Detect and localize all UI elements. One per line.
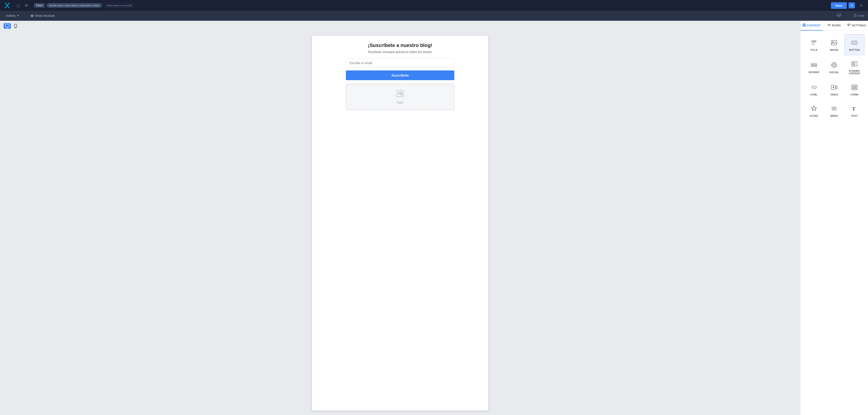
settings-tab-label: SETTINGS <box>852 24 866 27</box>
image-icon <box>831 38 837 47</box>
content-item-menu[interactable]: MENU <box>825 100 844 121</box>
content-item-title[interactable]: TITLE <box>804 34 824 55</box>
form-subtitle: Recibirás consejos prácticos todos los m… <box>368 50 432 54</box>
svg-rect-23 <box>848 24 850 25</box>
social-label: SOCIAL <box>829 71 839 74</box>
content-item-html[interactable]: HTML <box>804 79 824 100</box>
panel-tabs: CONTENT ROWS <box>800 21 868 31</box>
video-label: VIDEO <box>830 93 838 96</box>
content-item-dynamic[interactable]: DYNAMIC CONTENT <box>844 56 864 78</box>
content-item-icons[interactable]: ICONS <box>804 100 824 121</box>
top-bar: ▢ ✉ Form Double opt-in subscription conf… <box>0 0 868 11</box>
email-input[interactable] <box>346 58 454 68</box>
settings-tab-icon <box>847 24 850 27</box>
text-icon: T <box>851 104 858 113</box>
content-item-form[interactable]: FORM <box>844 79 864 100</box>
email-icon[interactable]: ✉ <box>23 2 29 8</box>
svg-point-29 <box>833 41 834 43</box>
icons-icon <box>811 104 817 113</box>
button-label: BUTTON <box>849 48 860 51</box>
content-item-divider[interactable]: DIVIDER <box>804 56 824 78</box>
actions-label: Actions <box>6 14 16 18</box>
svg-rect-51 <box>852 88 856 89</box>
save-dropdown-button[interactable]: ▼ <box>848 2 855 8</box>
social-icon <box>831 61 837 70</box>
svg-point-35 <box>833 64 835 66</box>
menu-label: MENU <box>831 114 838 117</box>
logo <box>4 2 11 9</box>
content-item-video[interactable]: VIDEO <box>825 79 844 100</box>
form-title: ¡Suscríbete a nuestro blog! <box>368 42 432 48</box>
svg-rect-50 <box>852 86 856 87</box>
help-icon <box>854 14 857 18</box>
rgpd-block[interactable]: Rgpd <box>346 84 454 110</box>
content-item-image[interactable]: IMAGE <box>825 34 844 55</box>
show-structure-button[interactable]: Show structure <box>28 13 57 19</box>
video-icon <box>831 83 837 92</box>
divider-label: DIVIDER <box>809 71 819 74</box>
svg-rect-5 <box>5 24 9 27</box>
canvas-area: ¡Suscríbete a nuestro blog! Recibirás co… <box>0 21 800 415</box>
breadcrumb-step1[interactable]: Double opt-in subscription confirmation … <box>46 3 102 8</box>
content-item-button[interactable]: BUTTON <box>844 34 864 55</box>
form-label: FORM <box>850 93 858 96</box>
toolbar-right-divider <box>847 13 848 18</box>
top-bar-right: Save ▼ × <box>831 2 864 9</box>
tab-rows[interactable]: ROWS <box>823 21 846 31</box>
device-mobile-button[interactable] <box>13 23 19 29</box>
svg-marker-53 <box>811 106 817 111</box>
canvas-scroll[interactable]: ¡Suscríbete a nuestro blog! Recibirás co… <box>0 31 800 415</box>
content-tab-label: CONTENT <box>807 24 821 27</box>
cloud-icon[interactable] <box>837 13 842 18</box>
divider-icon <box>811 61 817 70</box>
breadcrumb-area: Form Double opt-in subscription confirma… <box>34 3 829 8</box>
menu-icon <box>831 104 837 113</box>
content-tab-icon <box>803 24 806 27</box>
content-grid: TITLE IMAGE <box>804 34 864 121</box>
show-structure-label: Show structure <box>35 14 55 18</box>
svg-rect-24 <box>848 25 849 26</box>
subscribe-button[interactable]: Suscríbete <box>346 70 454 80</box>
svg-rect-16 <box>803 24 804 25</box>
html-label: HTML <box>810 93 817 96</box>
tab-settings[interactable]: SETTINGS <box>845 21 868 31</box>
toolbar-divider <box>25 13 25 18</box>
canvas-controls <box>0 21 800 31</box>
svg-rect-19 <box>804 25 805 26</box>
panel-content: TITLE IMAGE <box>800 31 868 415</box>
html-icon <box>811 83 817 92</box>
svg-rect-42 <box>855 62 857 66</box>
content-item-social[interactable]: SOCIAL <box>825 56 844 78</box>
form-input-wrapper <box>346 58 454 68</box>
device-desktop-button[interactable] <box>4 23 11 29</box>
content-item-text[interactable]: T TEXT <box>844 100 864 121</box>
toolbar: Actions ▼ Show structure <box>0 11 868 21</box>
breadcrumb-step2[interactable]: Subscription successful <box>104 3 135 8</box>
save-button[interactable]: Save <box>831 2 847 9</box>
close-button[interactable]: × <box>858 2 864 8</box>
svg-line-45 <box>813 85 814 89</box>
tab-content[interactable]: CONTENT <box>800 21 823 31</box>
dynamic-content-icon <box>851 59 858 68</box>
top-bar-icons: ▢ ✉ <box>15 2 29 8</box>
rows-tab-icon <box>828 24 831 27</box>
help-button[interactable]: Help <box>854 14 864 18</box>
pages-icon[interactable]: ▢ <box>15 2 21 8</box>
title-icon <box>811 38 817 47</box>
rgpd-icon <box>396 90 404 99</box>
svg-point-1 <box>32 15 33 16</box>
image-label: IMAGE <box>830 48 839 51</box>
actions-button[interactable]: Actions ▼ <box>4 13 22 19</box>
svg-rect-18 <box>803 25 804 26</box>
svg-marker-48 <box>833 87 835 88</box>
text-label: TEXT <box>851 114 858 117</box>
title-label: TITLE <box>810 48 817 51</box>
icons-label: ICONS <box>810 114 818 117</box>
svg-text:T: T <box>852 106 856 112</box>
svg-point-0 <box>31 15 33 17</box>
breadcrumb-type: Form <box>34 3 45 8</box>
main-area: ¡Suscríbete a nuestro blog! Recibirás co… <box>0 21 868 415</box>
rgpd-label: Rgpd <box>397 101 403 104</box>
svg-rect-17 <box>804 24 805 25</box>
toolbar-left: Actions ▼ Show structure <box>4 13 57 19</box>
